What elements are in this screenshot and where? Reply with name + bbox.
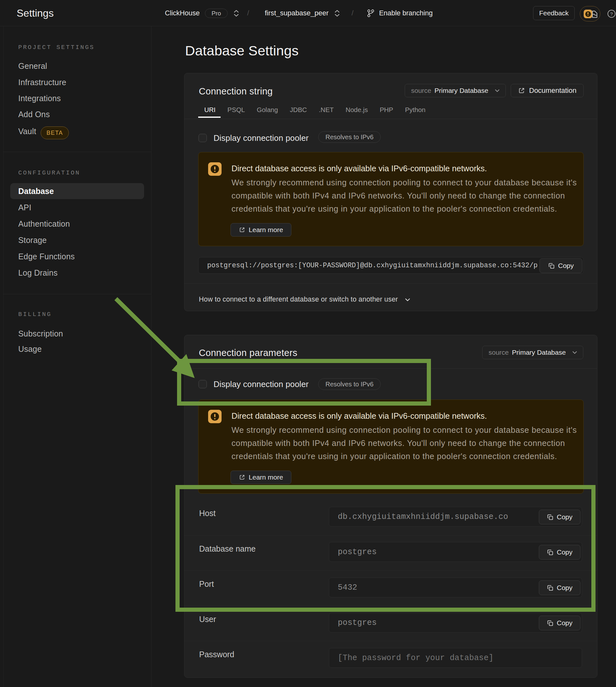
svg-text:?: ? xyxy=(610,11,613,17)
